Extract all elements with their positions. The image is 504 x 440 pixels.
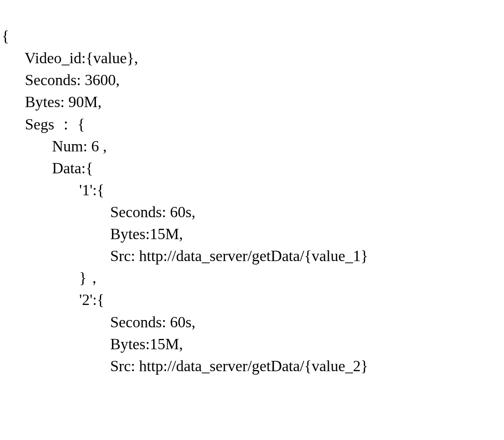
- code-line: Src: http://data_server/getData/{value_2…: [2, 357, 368, 375]
- code-line: }，: [2, 269, 102, 286]
- code-line: '1':{: [2, 182, 104, 199]
- code-line: '2':{: [2, 291, 104, 308]
- code-line: {: [2, 28, 9, 45]
- code-line: Video_id:{value},: [2, 49, 138, 67]
- code-line: Segs ： {: [2, 116, 85, 133]
- code-line: Bytes:15M,: [2, 335, 183, 353]
- code-line: Seconds: 60s,: [2, 203, 195, 221]
- code-line: Seconds: 60s,: [2, 314, 195, 331]
- code-line: Num: 6 ,: [2, 138, 107, 155]
- code-line: Bytes: 90M,: [2, 93, 102, 111]
- code-line: Src: http://data_server/getData/{value_1…: [2, 247, 368, 265]
- code-block: { Video_id:{value}, Seconds: 3600, Bytes…: [0, 0, 504, 377]
- code-line: Seconds: 3600,: [2, 71, 120, 89]
- code-line: Bytes:15M,: [2, 225, 183, 243]
- code-line: Data:{: [2, 160, 93, 177]
